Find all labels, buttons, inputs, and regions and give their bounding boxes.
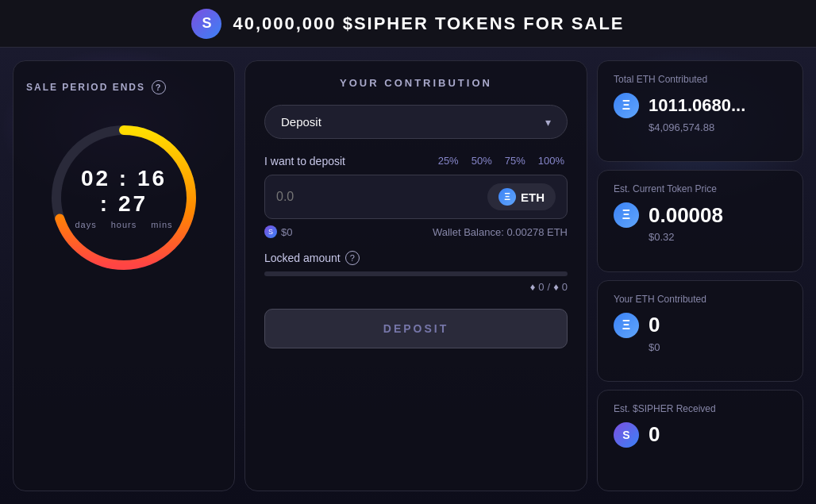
percent-100-button[interactable]: 100% <box>535 153 568 168</box>
sipher-received-card: Est. $SIPHER Received S 0 <box>597 390 803 491</box>
header: S 40,000,000 $SIPHER TOKENS FOR SALE <box>0 0 816 48</box>
sipher-received-icon: S <box>614 422 639 448</box>
eth-badge: Ξ ETH <box>487 183 556 210</box>
percent-buttons: 25% 50% 75% 100% <box>435 153 568 168</box>
deposit-amount-row: I want to deposit 25% 50% 75% 100% <box>264 153 568 168</box>
deposit-button[interactable]: DEPOSIT <box>264 309 568 348</box>
token-price-usd: $0.32 <box>614 231 787 243</box>
your-eth-label: Your ETH Contributed <box>614 294 787 305</box>
dropdown-value: Deposit <box>281 115 321 129</box>
stats-panel: Total ETH Contributed Ξ 1011.0680... $4,… <box>597 60 803 491</box>
eth-icon: Ξ <box>498 188 516 206</box>
token-price-label: Est. Current Token Price <box>614 183 787 194</box>
countdown-clock: 02 : 16 : 27 days hours mins <box>44 118 203 277</box>
your-eth-card: Your ETH Contributed Ξ 0 $0 <box>597 280 803 382</box>
token-price-value: 0.00008 <box>649 203 723 228</box>
total-eth-value: 1011.0680... <box>649 95 745 116</box>
eth-mini-icon1: ♦ <box>530 281 536 293</box>
your-eth-value: 0 <box>649 313 660 337</box>
eth-label: ETH <box>521 190 545 204</box>
total-eth-card: Total ETH Contributed Ξ 1011.0680... $4,… <box>597 60 803 162</box>
deposit-label: I want to deposit <box>264 155 345 167</box>
clock-display: 02 : 16 : 27 days hours mins <box>75 166 172 229</box>
contribution-title: YOUR CONTRIBUTION <box>264 77 568 89</box>
token-price-card: Est. Current Token Price Ξ 0.00008 $0.32 <box>597 170 803 271</box>
header-title: 40,000,000 $SIPHER TOKENS FOR SALE <box>233 13 624 34</box>
clock-time: 02 : 16 : 27 <box>75 166 172 217</box>
your-eth-icon: Ξ <box>614 313 639 338</box>
token-price-eth-icon: Ξ <box>614 202 639 228</box>
total-eth-icon: Ξ <box>614 93 639 118</box>
logo-icon: S <box>191 9 221 39</box>
usd-value: S $0 <box>264 225 292 238</box>
progress-values: ♦ 0 / ♦ 0 <box>264 281 568 293</box>
wallet-balance: Wallet Balance: 0.00278 ETH <box>433 226 568 238</box>
your-eth-usd: $0 <box>614 341 787 353</box>
timer-panel: SALE PERIOD ENDS ? <box>13 60 235 491</box>
sipher-received-label: Est. $SIPHER Received <box>614 403 787 414</box>
percent-75-button[interactable]: 75% <box>502 153 529 168</box>
percent-25-button[interactable]: 25% <box>435 153 462 168</box>
locked-amount-row: Locked amount ? <box>264 251 568 265</box>
chevron-down-icon: ▾ <box>545 116 551 129</box>
locked-amount-label: Locked amount <box>264 252 341 264</box>
token-price-main: Ξ 0.00008 <box>614 202 787 228</box>
total-eth-usd: $4,096,574.88 <box>614 121 787 133</box>
locked-progress-track <box>264 271 568 276</box>
total-eth-main: Ξ 1011.0680... <box>614 93 787 118</box>
eth-amount-input[interactable] <box>276 190 481 204</box>
eth-mini-icon2: ♦ <box>553 281 559 293</box>
sipher-received-main: S 0 <box>614 422 787 448</box>
sale-period-help-icon[interactable]: ? <box>152 80 166 94</box>
input-info-row: S $0 Wallet Balance: 0.00278 ETH <box>264 225 568 238</box>
your-eth-main: Ξ 0 <box>614 313 787 338</box>
eth-input-wrapper: Ξ ETH <box>264 175 568 219</box>
action-dropdown[interactable]: Deposit ▾ <box>264 105 568 139</box>
contribution-panel: YOUR CONTRIBUTION Deposit ▾ I want to de… <box>244 60 587 491</box>
sale-period-label: SALE PERIOD ENDS ? <box>26 80 166 94</box>
sipher-received-value: 0 <box>649 422 660 447</box>
sipher-mini-icon: S <box>264 225 277 238</box>
clock-labels: days hours mins <box>75 220 172 229</box>
total-eth-label: Total ETH Contributed <box>614 74 787 85</box>
percent-50-button[interactable]: 50% <box>468 153 495 168</box>
main-layout: SALE PERIOD ENDS ? <box>0 48 816 504</box>
locked-help-icon[interactable]: ? <box>345 251 360 265</box>
